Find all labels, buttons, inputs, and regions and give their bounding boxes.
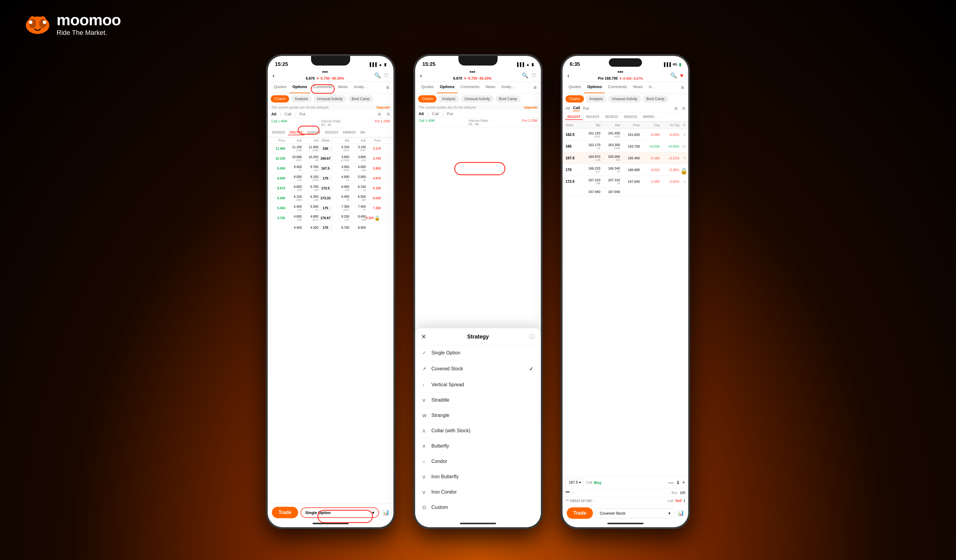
table-row[interactable]: 8.000 8.000x10 8.150x739 170 4.900x1 5.0… — [268, 173, 393, 184]
p3-table-row[interactable]: 165 163.170x1 163.350x100 163.700 +0.030… — [563, 141, 688, 152]
p3-table-row[interactable]: 167.5 164.870x28 165.050x20 165.400 -0.1… — [563, 152, 688, 164]
modal-close-button[interactable]: ✕ — [421, 333, 430, 340]
p3-stock-row[interactable]: *** › Buy 100 — [563, 489, 688, 497]
bookmark-icon[interactable]: ♡ — [531, 72, 536, 79]
p3-chart-icon[interactable]: 📊 — [678, 510, 684, 516]
tab-news[interactable]: News — [483, 82, 498, 93]
p3-strategy-selector[interactable]: Covered Stock ▾ — [596, 508, 675, 518]
p3-date-3[interactable]: 06/02/23 — [621, 114, 639, 120]
sub-tab-bootcamp[interactable]: Boot Camp — [348, 95, 373, 102]
p3-qty-plus[interactable]: + — [682, 480, 685, 486]
tab-menu-icon-3[interactable]: ≡ — [679, 82, 685, 93]
tab-analysis[interactable]: Analy... — [351, 82, 370, 93]
upgrade-link-2[interactable]: Upgrade — [524, 105, 537, 109]
tab-comments[interactable]: Comments — [310, 82, 335, 93]
strategy-butterfly[interactable]: ∧ Butterfly — [415, 439, 541, 454]
sub-tab-analysis[interactable]: Analysis — [291, 95, 311, 102]
tab-menu-icon[interactable]: ≡ — [385, 82, 390, 93]
strategy-covered-stock[interactable]: ↗ Covered Stock ✓ — [415, 361, 541, 377]
table-row[interactable]: 4.450 4.300 175 8.750 8.900 — [268, 223, 393, 232]
p3-qty-minus[interactable]: — — [668, 480, 674, 486]
call-toggle[interactable]: Call — [285, 112, 291, 116]
sub-tab-chains-3[interactable]: Chains — [566, 95, 584, 102]
strategy-custom[interactable]: ⊡ Custom — [415, 500, 541, 515]
strategy-vertical-spread[interactable]: ↑ Vertical Spread — [415, 377, 541, 392]
tab-news-3[interactable]: News — [630, 82, 646, 93]
upgrade-link[interactable]: Upgrade — [376, 105, 390, 109]
tab-news[interactable]: News — [335, 82, 351, 93]
table-row[interactable]: 10.100 10.000x321 10.250x8 166.67 3.650x… — [268, 154, 393, 163]
filter-icon[interactable]: ⚙ — [377, 112, 381, 117]
all-toggle-2[interactable]: All — [419, 111, 424, 116]
tab-comments[interactable]: Comments — [458, 82, 483, 93]
sub-tab-analysis-3[interactable]: Analysis — [586, 95, 607, 102]
sub-tab-bootcamp-3[interactable]: Boot Camp — [643, 95, 668, 102]
tab-quotes-3[interactable]: Quotes — [566, 82, 584, 93]
strategy-iron-butterfly[interactable]: V Iron Butterfly — [415, 469, 541, 485]
table-row[interactable]: 6.300 6.150x965 6.350x46 173.33 6.450x5 … — [268, 193, 393, 203]
search-icon[interactable]: 🔍 — [374, 72, 381, 79]
p3-date-1[interactable]: 05/19/23 — [584, 114, 602, 120]
table-row[interactable]: 9.450 9.450x7 9.700x21 167.5 3.950x323 4… — [268, 163, 393, 173]
back-button[interactable]: ‹ — [420, 72, 422, 79]
p3-table-row[interactable]: 170 166.220x37 166.340x2 166.680 -0.610 … — [563, 164, 688, 176]
search-icon[interactable]: 🔍 — [522, 72, 528, 79]
strategy-collar[interactable]: Λ Collar (with Stock) — [415, 423, 541, 439]
sub-tab-unusual-3[interactable]: Unusual Activity — [608, 95, 641, 102]
strategy-condor[interactable]: ∩ Condor — [415, 454, 541, 469]
p3-trade-button[interactable]: Trade — [567, 507, 593, 519]
modal-info-icon[interactable]: ⓘ — [526, 333, 535, 340]
table-row[interactable]: 4.750 4.650x25 4.800x172 176.67 8.200x47… — [268, 213, 393, 223]
p3-all-toggle[interactable]: All — [566, 106, 570, 111]
date-1[interactable]: 03/17/23 — [288, 130, 304, 135]
p3-filter-icon[interactable]: ⚙ — [674, 106, 678, 111]
p3-date-4[interactable]: 06/09/2... — [640, 114, 659, 120]
tab-quotes[interactable]: Quotes — [418, 82, 437, 93]
p3-call-toggle[interactable]: Call — [573, 105, 580, 111]
p3-option-row[interactable]: *** 230512 167.50C › Call Sell 1 — [563, 497, 688, 505]
sub-tab-chains[interactable]: Chains — [418, 95, 437, 102]
chart-icon[interactable]: 📊 — [383, 509, 389, 516]
trade-button[interactable]: Trade — [272, 507, 298, 518]
back-button-3[interactable]: ‹ — [568, 72, 569, 79]
p3-put-toggle[interactable]: Put — [583, 106, 589, 111]
table-row[interactable]: 6.670 6.600x83 6.750x18 172.5 6.000x18 6… — [268, 184, 393, 193]
sub-tab-chains[interactable]: Chains — [271, 95, 289, 102]
all-toggle[interactable]: All — [271, 112, 277, 116]
tab-menu-icon[interactable]: ≡ — [532, 82, 538, 93]
p3-copy-icon[interactable]: ⧉ — [682, 106, 685, 111]
strategy-single-option[interactable]: ✓ Single Option — [415, 345, 541, 361]
date-0[interactable]: 03/10/23 — [270, 130, 287, 135]
sub-tab-unusual[interactable]: Unusual Activity — [461, 95, 494, 102]
tab-quotes[interactable]: Quotes — [271, 82, 289, 93]
p3-date-2[interactable]: 05/26/23 — [603, 114, 621, 120]
strategy-straddle[interactable]: V Straddle — [415, 392, 541, 408]
sub-tab-unusual[interactable]: Unusual Activity — [313, 95, 346, 102]
bookmark-icon[interactable]: ♡ — [384, 72, 388, 79]
date-3[interactable]: 03/31/23 — [323, 130, 340, 135]
p3-table-row[interactable]: 162.5 161.120x162 161.450x100 161.650 -0… — [563, 129, 688, 141]
tab-a-3[interactable]: A... — [646, 82, 657, 93]
tab-analysis[interactable]: Analy... — [498, 82, 517, 93]
put-toggle-2[interactable]: Put — [447, 111, 453, 116]
table-row[interactable]: 5.450 5.400x15 5.500x1 175 7.300x517 7.4… — [268, 203, 393, 213]
put-toggle[interactable]: Put — [300, 112, 306, 116]
heart-icon[interactable]: ♥ — [680, 72, 684, 79]
call-toggle-2[interactable]: Call — [432, 111, 439, 116]
p3-date-0[interactable]: 05/12/23 — [565, 114, 583, 120]
strategy-iron-condor[interactable]: V Iron Condor — [415, 485, 541, 500]
p3-table-row[interactable]: 172.5 167.210x48 167.310x5 167.640 -1.05… — [563, 176, 688, 188]
search-icon-3[interactable]: 🔍 — [670, 72, 677, 79]
date-5[interactable]: 04/ — [358, 130, 367, 135]
tab-options[interactable]: Options — [289, 82, 310, 93]
sub-tab-bootcamp[interactable]: Boot Camp — [495, 95, 521, 102]
tab-comments-3[interactable]: Comments — [605, 82, 630, 93]
copy-icon[interactable]: ⧉ — [387, 111, 390, 117]
p3-table-row[interactable]: 167.940 167.940 — [563, 188, 688, 196]
date-2[interactable]: 03/24/23 — [306, 130, 322, 135]
strategy-strangle[interactable]: W Strangle — [415, 408, 541, 423]
sub-tab-analysis[interactable]: Analysis — [438, 95, 459, 102]
tab-options[interactable]: Options — [437, 82, 458, 93]
date-4[interactable]: 04/06/23 — [341, 130, 357, 135]
back-button[interactable]: ‹ — [272, 72, 275, 79]
